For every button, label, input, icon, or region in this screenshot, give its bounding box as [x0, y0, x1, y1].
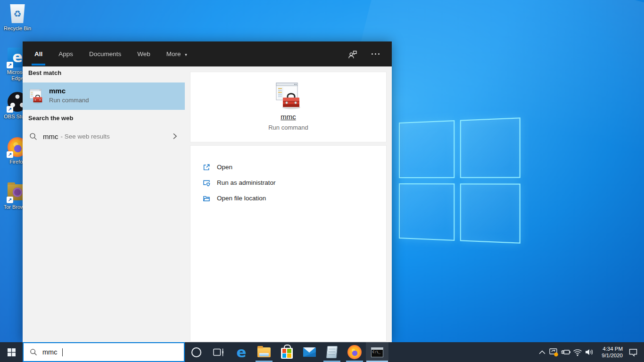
desktop: Recycle Bin Microsoft Edge OBS Studio Fi…: [0, 0, 644, 362]
mail-icon: [303, 347, 316, 357]
edge-icon: [236, 345, 246, 359]
action-run-as-administrator[interactable]: Run as administrator: [190, 175, 386, 190]
run-admin-shield-icon: [202, 179, 211, 187]
action-open[interactable]: Open: [190, 159, 386, 175]
search-icon: [29, 132, 37, 140]
tab-apps[interactable]: Apps: [58, 41, 73, 66]
taskbar-notepad-button[interactable]: [321, 342, 343, 362]
start-button[interactable]: [0, 342, 23, 362]
tab-all[interactable]: All: [34, 41, 42, 66]
microsoft-store-icon: [281, 348, 293, 359]
chevron-up-icon: [538, 350, 546, 354]
taskbar-cortana-button[interactable]: [185, 342, 207, 362]
preview-subtitle: Run command: [190, 124, 386, 131]
web-search-result[interactable]: mmc - See web results: [23, 128, 185, 145]
volume-icon: [584, 348, 594, 356]
command-prompt-icon: [371, 347, 383, 357]
web-query-text: mmc: [43, 132, 58, 140]
search-input-value: mmc: [42, 348, 57, 356]
tray-display-status-button[interactable]: [548, 342, 560, 362]
wifi-icon: [572, 348, 583, 356]
shortcut-arrow-icon: [7, 106, 13, 113]
mmc-toolbox-icon: [273, 81, 304, 111]
open-external-icon: [202, 163, 211, 172]
shortcut-arrow-icon: [7, 62, 13, 68]
result-actions-card: Open Run as administrator Open file l: [190, 145, 387, 342]
task-view-icon: [213, 348, 224, 357]
clock-date: 9/1/2020: [597, 352, 623, 359]
user-account-icon[interactable]: [347, 49, 358, 59]
start-search-panel: All Apps Documents Web More Best match: [23, 41, 392, 342]
tray-battery-button[interactable]: [560, 342, 571, 362]
file-explorer-icon: [257, 347, 271, 357]
chevron-right-icon: [172, 132, 178, 140]
taskbar-search-input[interactable]: mmc: [23, 342, 185, 362]
best-match-section-label: Best match: [28, 69, 61, 76]
notepad-icon: [326, 346, 338, 358]
action-center-icon: [628, 348, 638, 357]
display-status-icon: [549, 347, 559, 357]
firefox-icon: [347, 345, 362, 359]
more-options-icon[interactable]: [371, 50, 380, 58]
tab-web[interactable]: Web: [137, 41, 150, 66]
taskbar-firefox-button[interactable]: [343, 342, 366, 362]
desktop-icon-recycle-bin[interactable]: Recycle Bin: [2, 3, 33, 32]
shortcut-arrow-icon: [7, 197, 13, 203]
windows-start-icon: [8, 348, 16, 356]
windows-logo-wallpaper: [399, 117, 520, 244]
search-filter-tabs: All Apps Documents Web More: [34, 41, 188, 66]
taskbar-file-explorer-button[interactable]: [253, 342, 275, 362]
tray-chevron-up-button[interactable]: [536, 342, 548, 362]
text-caret: [62, 348, 63, 356]
preview-title-link[interactable]: mmc: [281, 113, 296, 121]
result-title: mmc: [49, 87, 66, 95]
tab-documents[interactable]: Documents: [89, 41, 121, 66]
taskbar-clock[interactable]: 4:34 PM 9/1/2020: [595, 346, 625, 359]
result-subtitle: Run command: [49, 97, 89, 104]
mmc-toolbox-icon: [28, 88, 44, 104]
action-center-button[interactable]: [625, 342, 641, 362]
chevron-down-icon: [184, 50, 188, 58]
shortcut-arrow-icon: [7, 151, 13, 158]
cortana-icon: [191, 347, 201, 357]
taskbar-edge-button[interactable]: [230, 342, 253, 362]
search-filter-bar: All Apps Documents Web More: [23, 41, 392, 66]
tray-volume-button[interactable]: [583, 342, 595, 362]
clock-time: 4:34 PM: [597, 346, 623, 352]
taskbar-cmd-button[interactable]: [366, 342, 388, 362]
system-tray: 4:34 PM 9/1/2020: [536, 342, 644, 362]
recycle-bin-icon: [9, 4, 25, 23]
best-match-result-mmc[interactable]: mmc Run command: [23, 82, 185, 110]
desktop-icon-label: Recycle Bin: [2, 25, 33, 32]
search-icon: [30, 348, 37, 356]
web-section-label: Search the web: [28, 115, 73, 122]
taskbar-task-view-button[interactable]: [207, 342, 230, 362]
tab-more[interactable]: More: [166, 41, 188, 66]
result-preview-card: mmc Run command: [190, 72, 387, 142]
tray-network-button[interactable]: [571, 342, 583, 362]
web-suffix-text: - See web results: [61, 133, 110, 140]
taskbar-apps: [185, 342, 388, 362]
battery-charging-icon: [560, 347, 571, 357]
open-folder-icon: [202, 194, 211, 203]
taskbar: mmc: [0, 342, 644, 362]
action-open-file-location[interactable]: Open file location: [190, 190, 386, 206]
taskbar-store-button[interactable]: [275, 342, 298, 362]
taskbar-mail-button[interactable]: [298, 342, 321, 362]
